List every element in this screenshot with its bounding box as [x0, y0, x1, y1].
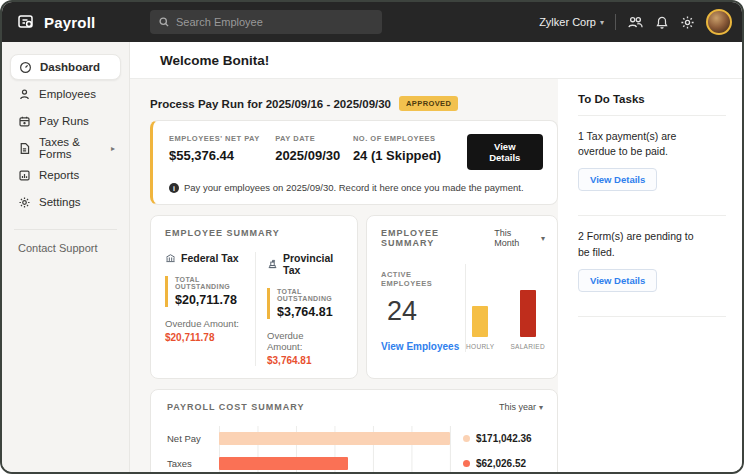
- payroll-cost-card: PAYROLL COST SUMMARY This year ▾ Net Pay…: [150, 389, 558, 474]
- settings-gear-icon[interactable]: [680, 15, 695, 30]
- topbar-divider: [615, 14, 616, 30]
- info-icon: i: [169, 183, 179, 193]
- chevron-right-icon: ▸: [111, 144, 115, 153]
- chevron-down-icon: ▾: [539, 403, 543, 412]
- sidebar-item-pay-runs[interactable]: Pay Runs: [10, 108, 121, 134]
- year-value: This year: [499, 402, 536, 412]
- tax-summary-title: EMPLOYEE SUMMARY: [165, 228, 345, 238]
- sidebar-item-label: Pay Runs: [39, 115, 89, 127]
- view-employees-link[interactable]: View Employees: [381, 341, 465, 352]
- sidebar-item-label: Employees: [39, 88, 96, 100]
- todo-task-pending-forms: 2 Form(s) are pending to be filed. View …: [578, 229, 726, 305]
- pay-date-label: PAY DATE: [275, 134, 353, 143]
- provincial-total-block: TOTAL OUTSTANDING $3,764.81: [267, 288, 339, 319]
- payrun-card: EMPLOYEES' NET PAY $55,376.44 PAY DATE 2…: [150, 120, 558, 205]
- salaried-bar-label: SALARIED: [510, 343, 545, 350]
- sidebar-item-taxes-forms[interactable]: Taxes & Forms ▸: [10, 135, 121, 161]
- taxes-forms-document-icon: [18, 142, 31, 155]
- dashboard-main: Process Pay Run for 2025/09/16 - 2025/09…: [130, 79, 558, 472]
- federal-tax-label: Federal Tax: [181, 252, 239, 264]
- todo-panel: To Do Tasks 1 Tax payment(s) are overdue…: [558, 79, 742, 472]
- welcome-message: Welcome Bonita!: [160, 53, 269, 68]
- period-value: This Month: [494, 228, 538, 248]
- referral-users-icon[interactable]: [627, 15, 644, 30]
- net-pay-value: $171,042.36: [476, 433, 532, 444]
- org-switcher[interactable]: Zylker Corp ▾: [539, 16, 604, 28]
- government-building-icon: [267, 259, 278, 270]
- notifications-bell-icon[interactable]: [655, 15, 669, 30]
- sidebar-item-employees[interactable]: Employees: [10, 81, 121, 107]
- employee-type-chart: HOURLY SALARIED: [465, 264, 545, 352]
- employee-summary-title: EMPLOYEE SUMMARY: [381, 228, 494, 248]
- tax-summary-card: EMPLOYEE SUMMARY Federal Tax: [150, 215, 358, 379]
- chart-legend: $171,042.36 $62,026.52 $15,250.00 $9,860…: [451, 426, 543, 474]
- pay-date-value: 2025/09/30: [275, 148, 353, 163]
- employee-count-label: NO. OF EMPLOYEES: [353, 134, 467, 143]
- federal-overdue-amount: $20,711.78: [165, 332, 249, 343]
- pay-runs-calendar-icon: [18, 115, 31, 128]
- contact-support-link[interactable]: Contact Support: [2, 242, 129, 254]
- topbar-right: Zylker Corp ▾: [539, 9, 732, 35]
- federal-tax-column: Federal Tax TOTAL OUTSTANDING $20,711.78…: [165, 252, 255, 366]
- period-dropdown[interactable]: This Month ▾: [494, 228, 545, 248]
- task-view-details-button[interactable]: View Details: [578, 168, 657, 191]
- task-view-details-button[interactable]: View Details: [578, 269, 657, 292]
- payroll-cost-chart: Net Pay Taxes Benefits Deductions: [167, 426, 543, 474]
- net-pay-bar: [219, 432, 450, 445]
- net-pay-field: EMPLOYEES' NET PAY $55,376.44: [169, 134, 275, 163]
- bank-icon: [165, 253, 176, 264]
- total-outstanding-label: TOTAL OUTSTANDING: [277, 288, 339, 302]
- chart-category-label: Taxes: [167, 451, 219, 474]
- payroll-logo-icon: [16, 12, 36, 32]
- task-text: 2 Form(s) are pending to be filed.: [578, 229, 708, 259]
- app-window: Payroll Zylker Corp ▾: [0, 0, 744, 474]
- employees-icon: [18, 88, 31, 101]
- federal-total-block: TOTAL OUTSTANDING $20,711.78: [165, 276, 249, 307]
- active-employees-count: 24: [387, 296, 465, 327]
- provincial-tax-column: Provincial Tax TOTAL OUTSTANDING $3,764.…: [255, 252, 345, 366]
- sidebar-item-label: Dashboard: [40, 61, 100, 73]
- search-input[interactable]: [176, 16, 374, 28]
- divider: [578, 215, 726, 216]
- payroll-cost-title: PAYROLL COST SUMMARY: [167, 402, 305, 412]
- total-outstanding-label: TOTAL OUTSTANDING: [175, 276, 249, 290]
- provincial-total-outstanding: $3,764.81: [277, 305, 339, 319]
- app-logo: Payroll: [16, 12, 95, 32]
- app-title: Payroll: [44, 14, 95, 31]
- employee-summary-card: EMPLOYEE SUMMARY This Month ▾ ACTIVE EMP…: [366, 215, 558, 379]
- welcome-band: Welcome Bonita!: [130, 42, 742, 79]
- salaried-bar: [520, 290, 536, 337]
- employee-search[interactable]: [150, 10, 382, 34]
- org-name: Zylker Corp: [539, 16, 596, 28]
- sidebar: Dashboard Employees Pay Runs: [2, 42, 130, 472]
- task-text: 1 Tax payment(s) are overdue to be paid.: [578, 129, 708, 159]
- year-dropdown[interactable]: This year ▾: [499, 402, 543, 412]
- payrun-note: Pay your employees on 2025/09/30. Record…: [184, 182, 524, 193]
- salaried-bar-group: SALARIED: [510, 290, 545, 350]
- divider: [578, 115, 726, 116]
- payrun-view-details-button[interactable]: View Details: [467, 134, 543, 170]
- hourly-bar: [472, 306, 488, 337]
- provincial-tax-label: Provincial Tax: [283, 252, 339, 276]
- employee-count-field: NO. OF EMPLOYEES 24 (1 Skipped): [353, 134, 467, 163]
- approved-status-badge: APPROVED: [399, 96, 458, 111]
- provincial-overdue-amount: $3,764.81: [267, 355, 339, 366]
- search-icon: [158, 16, 170, 28]
- sidebar-item-label: Settings: [39, 196, 81, 208]
- sidebar-divider: [14, 229, 117, 230]
- net-pay-label: EMPLOYEES' NET PAY: [169, 134, 275, 143]
- employee-count-value: 24 (1 Skipped): [353, 148, 467, 163]
- chart-category-label: Net Pay: [167, 426, 219, 451]
- sidebar-item-dashboard[interactable]: Dashboard: [10, 54, 121, 80]
- pay-date-field: PAY DATE 2025/09/30: [275, 134, 353, 163]
- hourly-bar-group: HOURLY: [466, 306, 494, 350]
- settings-gear-icon: [18, 196, 31, 209]
- sidebar-item-reports[interactable]: Reports: [10, 162, 121, 188]
- user-avatar[interactable]: [706, 9, 732, 35]
- topbar: Payroll Zylker Corp ▾: [2, 2, 742, 42]
- sidebar-item-settings[interactable]: Settings: [10, 189, 121, 215]
- dashboard-icon: [19, 61, 32, 74]
- active-employees-label: ACTIVE EMPLOYEES: [381, 270, 465, 288]
- chart-plot-area: [219, 426, 451, 474]
- sidebar-item-label: Taxes & Forms: [39, 136, 95, 160]
